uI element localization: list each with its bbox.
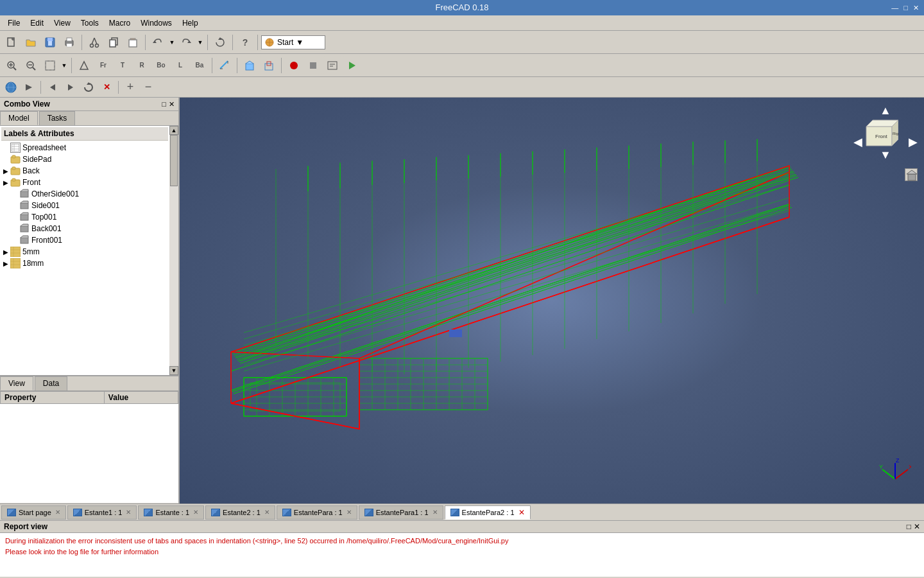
tab-start-page[interactable]: Start page ✕ [1,505,66,520]
tree-scroll-thumb[interactable] [170,135,178,186]
tab-start-page-icon [7,509,16,516]
tab-estante1-close[interactable]: ✕ [126,509,131,516]
tab-estantepara[interactable]: EstantePara : 1 ✕ [277,505,357,520]
cube-face[interactable]: Front Right [860,117,898,155]
tab-tasks[interactable]: Tasks [39,111,76,125]
cube-right-arrow[interactable]: ▶ [909,135,918,149]
tree-item-back[interactable]: ▶ Back [1,165,168,177]
tree-item-side001[interactable]: Side001 [1,200,168,211]
nav-plus-button[interactable]: + [122,79,139,96]
maximize-button[interactable]: □ [903,0,908,15]
menu-tools[interactable]: Tools [76,17,104,29]
back-view-button[interactable]: Ba [191,57,209,74]
undo-button[interactable] [149,33,167,51]
help-button[interactable]: ? [236,33,254,51]
tab-estante1[interactable]: Estante1 : 1 ✕ [67,505,137,520]
workbench-selector[interactable]: Start ▼ [261,35,325,49]
tab-estante-close[interactable]: ✕ [193,509,198,516]
menu-view[interactable]: View [49,17,76,29]
report-close-button[interactable]: ✕ [914,522,920,531]
tree-item-18mm[interactable]: ▶ 18mm [1,258,168,269]
refresh-button[interactable] [211,33,229,51]
macro-edit-button[interactable] [323,57,341,74]
tab-estantepara2-close[interactable]: ✕ [518,508,525,517]
tab-estantepara1-close[interactable]: ✕ [432,509,438,516]
draw-style-button[interactable] [41,57,59,74]
cube-up-arrow[interactable]: ▲ [880,104,891,118]
menu-windows[interactable]: Windows [135,17,177,29]
front-view-button[interactable]: Fr [94,57,112,74]
svg-line-94 [235,171,793,357]
tree-item-otherside001[interactable]: OtherSide001 [1,188,168,200]
tab-model[interactable]: Model [0,111,38,125]
open-button[interactable] [22,33,40,51]
tree-item-front[interactable]: ▶ Front [1,177,168,188]
nav-globe-button[interactable] [3,79,19,96]
nav-cube[interactable]: ▲ ▼ ◀ ▶ Front Right [853,104,918,181]
tree-item-front001[interactable]: Front001 [1,234,168,246]
menu-file[interactable]: File [3,17,25,29]
tab-estante2-close[interactable]: ✕ [264,509,270,516]
paste-button[interactable] [124,33,142,51]
tree-item-top001[interactable]: Top001 [1,211,168,223]
menu-edit[interactable]: Edit [25,17,49,29]
minimize-button[interactable]: — [891,0,898,15]
record-button[interactable] [285,57,303,74]
tree-scroll-down[interactable]: ▼ [169,366,178,375]
nav-back-button[interactable] [44,79,61,96]
svg-rect-37 [310,62,316,69]
print-button[interactable] [60,33,78,51]
tab-estantepara1[interactable]: EstantePara1 : 1 ✕ [359,505,443,520]
svg-line-100 [232,206,791,392]
zoom-in-button[interactable] [22,57,40,74]
tree-scroll-up[interactable]: ▲ [169,126,178,135]
tree-label-back001: Back001 [31,224,62,233]
combo-view-expand[interactable]: □ [162,100,166,109]
bottom-view-button[interactable]: Bo [152,57,170,74]
close-button[interactable]: ✕ [913,0,919,15]
menu-help[interactable]: Help [177,17,203,29]
combo-view-close[interactable]: ✕ [169,100,175,109]
measure-button[interactable] [216,57,234,74]
cube-home-button[interactable] [905,168,918,181]
tree-item-5mm[interactable]: ▶ 5mm [1,246,168,258]
part2-button[interactable] [260,57,278,74]
right-view-button[interactable]: R [133,57,151,74]
tab-estante2[interactable]: Estante2 : 1 ✕ [205,505,275,520]
viewport[interactable]: ▲ ▼ ◀ ▶ Front Right [180,98,924,504]
draw-style-dropdown[interactable]: ▼ [60,57,68,74]
nav-minus-button[interactable]: − [140,79,157,96]
viewport-canvas[interactable]: ▲ ▼ ◀ ▶ Front Right [180,98,924,504]
perspective-button[interactable] [75,57,93,74]
top-view-button[interactable]: T [114,57,132,74]
prop-tab-data[interactable]: Data [35,376,67,390]
macro-run-button[interactable] [343,57,361,74]
cut-button[interactable] [85,33,103,51]
copy-button[interactable] [105,33,123,51]
tree-scrollbar[interactable]: ▲ ▼ [169,126,178,375]
undo-dropdown[interactable]: ▼ [168,33,176,51]
prop-tab-view[interactable]: View [0,376,33,390]
menu-macro[interactable]: Macro [104,17,135,29]
tab-estantepara-close[interactable]: ✕ [346,509,352,516]
report-expand-button[interactable]: □ [907,522,911,531]
nav-arrow-right-button[interactable] [21,79,37,96]
zoom-fit-button[interactable] [3,57,21,74]
nav-reload-button[interactable] [80,79,97,96]
save-recent-button[interactable] [41,33,59,51]
tree-item-spreadsheet[interactable]: Spreadsheet [1,142,168,153]
part-button[interactable] [241,57,259,74]
svg-rect-62 [21,226,28,232]
nav-forward-button[interactable] [62,79,79,96]
tree-item-back001[interactable]: Back001 [1,223,168,234]
left-view-button[interactable]: L [171,57,189,74]
tab-estante[interactable]: Estante : 1 ✕ [138,505,204,520]
tree-item-sidepad[interactable]: SidePad [1,153,168,165]
tab-estantepara2[interactable]: EstantePara2 : 1 ✕ [445,505,531,520]
redo-button[interactable] [177,33,195,51]
stop-button[interactable] [304,57,322,74]
tab-start-close[interactable]: ✕ [55,509,60,516]
redo-dropdown[interactable]: ▼ [196,33,204,51]
new-button[interactable] [3,33,21,51]
nav-stop-button[interactable]: ✕ [98,79,115,96]
